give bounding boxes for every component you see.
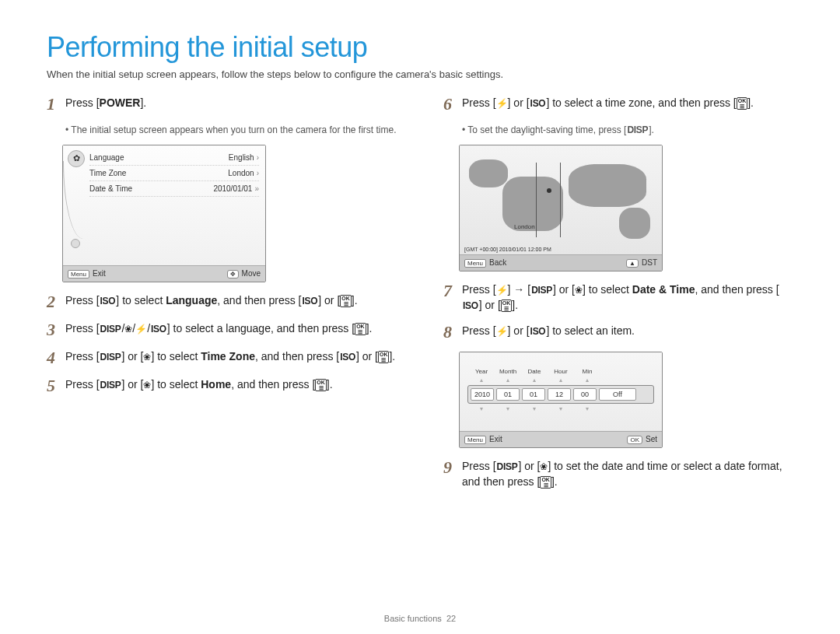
nav-button-label: ✥ [227,270,239,278]
flash-icon [135,322,147,335]
world-map: London [GMT +00:00] 2010/01/01 12:00 PM [460,145,662,254]
step-1: 1 Press [POWER]. [47,96,397,113]
setup-row-datetime: Date & Time 2010/01/01» [89,181,259,197]
ok-trash-icon: OK☰ [540,476,551,489]
step-9: 9 Press [DISP] or [] to set the date and… [443,459,793,489]
step-text: Press [POWER]. [65,96,397,111]
datetime-headers: Year Month Date Hour Min [467,368,654,377]
iso-icon: ISO [339,351,356,364]
page-title: Performing the initial setup [47,31,793,64]
datetime-screen-mock: Year Month Date Hour Min ▴▴▴▴▴ 2010 01 0… [459,352,663,448]
menu-button-label: Menu [464,259,486,268]
up-button-label: ▲ [626,259,639,268]
date-cell: 01 [522,388,545,401]
flash-icon [496,283,508,296]
step-text: Press [] or [ISO] to select a time zone,… [462,96,793,111]
disp-icon: DISP [626,124,649,137]
macro-icon [124,322,132,335]
ok-trash-icon: OK☰ [737,97,748,110]
step-5: 5 Press [DISP] or [] to select Home, and… [47,377,397,394]
iso-icon: ISO [301,295,318,308]
step-7: 7 Press [] → [DISP] or [] to select Date… [443,282,793,313]
menu-button-label: Menu [68,270,89,278]
content-columns: 1 Press [POWER]. The initial setup scree… [47,96,793,501]
step-number: 8 [443,324,454,341]
chevron-right-icon: » [254,184,259,193]
step-number: 1 [47,96,58,113]
arrows-up: ▴▴▴▴▴ [467,377,654,384]
datetime-screen-bar: MenuExit OKSet [460,431,662,447]
iso-icon: ISO [530,97,547,110]
iso-icon: ISO [100,295,117,308]
step-number: 6 [443,96,454,113]
arrows-down: ▾▾▾▾▾ [467,405,654,412]
setup-screen-bar: MenuExit ✥Move [63,265,265,282]
step-number: 4 [47,349,58,366]
step-text: Press [ISO] to select Language, and then… [65,293,397,309]
ok-trash-icon: OK☰ [378,351,390,363]
ok-trash-icon: OK☰ [501,299,513,312]
page-subtitle: When the initial setup screen appears, f… [47,68,793,80]
step-6: 6 Press [] or [ISO] to select a time zon… [443,96,793,113]
city-label: London [514,223,535,230]
hour-cell: 12 [548,388,571,401]
iso-icon: ISO [150,323,167,336]
step-text: Press [DISP] or [] to select Home, and t… [65,377,397,393]
step-text: Press [] → [DISP] or [] to select Date &… [462,282,793,313]
timezone-screen-mock: London [GMT +00:00] 2010/01/01 12:00 PM … [459,145,663,271]
column-left: 1 Press [POWER]. The initial setup scree… [47,96,397,501]
datetime-row: 2010 01 01 12 00 Off [467,385,654,404]
year-cell: 2010 [471,388,494,401]
step-text: Press [DISP///ISO] to select a language,… [65,321,397,337]
step-number: 7 [443,282,454,299]
iso-icon: ISO [530,325,547,338]
step-number: 9 [443,459,454,476]
dst-cell: Off [599,388,636,401]
step-text: Press [] or [ISO] to select an item. [462,324,793,339]
min-cell: 00 [573,388,597,401]
ok-trash-icon: OK☰ [340,295,352,307]
ok-button-label: OK [627,436,642,444]
disp-icon: DISP [100,323,122,336]
step-number: 2 [47,293,58,310]
step-4: 4 Press [DISP] or [] to select Time Zone… [47,349,397,366]
setup-row-timezone: Time Zone London› [89,166,259,181]
setup-screen-body: ✿ Language English› Time Zone London› Da… [63,145,265,265]
disp-icon: DISP [496,461,519,474]
macro-icon [575,283,583,296]
menu-button-label: Menu [464,436,486,444]
timezone-screen-bar: MenuBack ▲DST [460,254,662,271]
flash-icon [496,96,508,109]
setup-row-language: Language English› [89,150,259,166]
disp-icon: DISP [100,379,122,392]
step-text: Press [DISP] or [] to set the date and t… [462,459,793,489]
step-8: 8 Press [] or [ISO] to select an item. [443,324,793,341]
step-2: 2 Press [ISO] to select Language, and th… [47,293,397,310]
chevron-right-icon: › [257,153,259,162]
step-6-note: To set the daylight-saving time, press [… [462,124,793,137]
flash-icon [496,324,508,337]
column-right: 6 Press [] or [ISO] to select a time zon… [443,96,793,501]
iso-icon: ISO [462,299,479,313]
page-footer: Basic functions 22 [0,614,840,623]
macro-icon [143,350,151,363]
disp-icon: DISP [100,351,122,364]
step-3: 3 Press [DISP///ISO] to select a languag… [47,321,397,338]
step-text: Press [DISP] or [] to select Time Zone, … [65,349,397,365]
chevron-right-icon: › [257,169,259,177]
macro-icon [143,378,151,391]
decorative-curve [63,161,87,239]
timezone-status: [GMT +00:00] 2010/01/01 12:00 PM [464,247,551,252]
macro-icon [540,460,548,472]
datetime-body: Year Month Date Hour Min ▴▴▴▴▴ 2010 01 0… [460,352,662,431]
step-number: 3 [47,321,58,338]
dot-icon [71,239,80,248]
ok-trash-icon: OK☰ [315,379,327,391]
month-cell: 01 [496,388,520,401]
step-1-note: The initial setup screen appears when yo… [65,124,397,137]
setup-screen-mock: ✿ Language English› Time Zone London› Da… [62,145,266,282]
step-number: 5 [47,377,58,394]
manual-page: Performing the initial setup When the in… [0,0,840,524]
ok-trash-icon: OK☰ [355,323,366,335]
disp-icon: DISP [530,284,553,297]
